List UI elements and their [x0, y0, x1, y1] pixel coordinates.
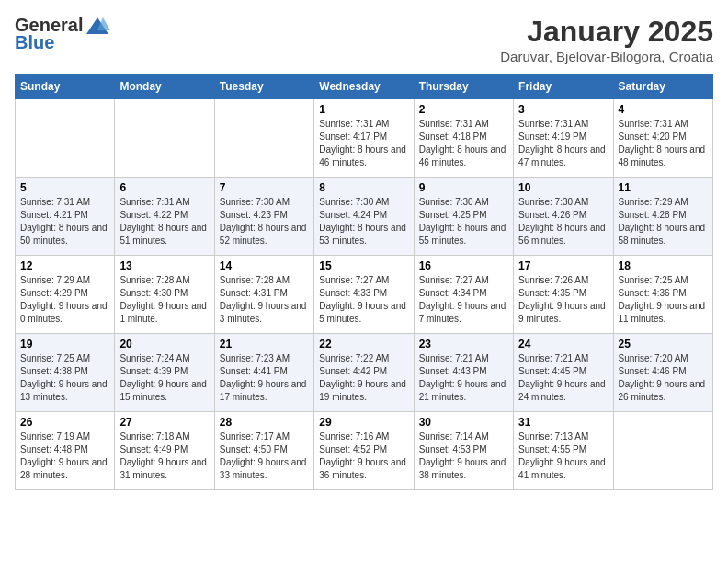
day-info: Sunrise: 7:31 AM Sunset: 4:19 PM Dayligh… — [518, 118, 608, 169]
day-number: 2 — [419, 103, 508, 116]
day-info: Sunrise: 7:16 AM Sunset: 4:52 PM Dayligh… — [319, 431, 408, 482]
day-number: 27 — [119, 416, 209, 429]
day-info: Sunrise: 7:30 AM Sunset: 4:26 PM Dayligh… — [518, 196, 608, 247]
day-number: 18 — [619, 259, 708, 272]
day-number: 23 — [419, 338, 508, 350]
calendar-cell: 2Sunrise: 7:31 AM Sunset: 4:18 PM Daylig… — [414, 99, 513, 178]
calendar-week-row: 19Sunrise: 7:25 AM Sunset: 4:38 PM Dayli… — [16, 334, 713, 412]
calendar-cell: 28Sunrise: 7:17 AM Sunset: 4:50 PM Dayli… — [214, 412, 313, 490]
day-info: Sunrise: 7:28 AM Sunset: 4:31 PM Dayligh… — [220, 274, 309, 326]
day-info: Sunrise: 7:31 AM Sunset: 4:18 PM Dayligh… — [419, 118, 508, 169]
day-number: 31 — [518, 416, 608, 429]
day-number: 8 — [319, 181, 408, 194]
day-info: Sunrise: 7:31 AM Sunset: 4:21 PM Dayligh… — [20, 196, 109, 247]
day-info: Sunrise: 7:25 AM Sunset: 4:38 PM Dayligh… — [20, 352, 109, 404]
calendar-cell: 12Sunrise: 7:29 AM Sunset: 4:29 PM Dayli… — [16, 256, 115, 334]
day-info: Sunrise: 7:27 AM Sunset: 4:34 PM Dayligh… — [419, 274, 508, 326]
calendar-cell: 21Sunrise: 7:23 AM Sunset: 4:41 PM Dayli… — [214, 334, 313, 412]
day-info: Sunrise: 7:20 AM Sunset: 4:46 PM Dayligh… — [619, 352, 708, 404]
calendar-cell: 13Sunrise: 7:28 AM Sunset: 4:30 PM Dayli… — [115, 256, 214, 334]
calendar-cell: 18Sunrise: 7:25 AM Sunset: 4:36 PM Dayli… — [613, 256, 712, 334]
day-number: 12 — [20, 259, 109, 272]
calendar-cell: 9Sunrise: 7:30 AM Sunset: 4:25 PM Daylig… — [414, 178, 513, 256]
calendar-cell: 23Sunrise: 7:21 AM Sunset: 4:43 PM Dayli… — [414, 334, 513, 412]
weekday-header-thursday: Thursday — [414, 75, 513, 99]
day-number: 15 — [319, 259, 408, 272]
day-info: Sunrise: 7:23 AM Sunset: 4:41 PM Dayligh… — [220, 352, 309, 404]
day-number: 17 — [518, 259, 608, 272]
day-number: 22 — [319, 338, 408, 350]
weekday-header-saturday: Saturday — [613, 75, 712, 99]
calendar-cell: 3Sunrise: 7:31 AM Sunset: 4:19 PM Daylig… — [514, 99, 613, 178]
day-number: 9 — [419, 181, 508, 194]
calendar-cell: 29Sunrise: 7:16 AM Sunset: 4:52 PM Dayli… — [314, 412, 414, 490]
weekday-header-monday: Monday — [115, 75, 214, 99]
calendar-cell: 25Sunrise: 7:20 AM Sunset: 4:46 PM Dayli… — [613, 334, 712, 412]
day-info: Sunrise: 7:14 AM Sunset: 4:53 PM Dayligh… — [419, 431, 508, 482]
weekday-header-tuesday: Tuesday — [214, 75, 313, 99]
day-number: 10 — [518, 181, 608, 194]
day-number: 13 — [119, 259, 209, 272]
day-info: Sunrise: 7:24 AM Sunset: 4:39 PM Dayligh… — [119, 352, 209, 404]
calendar-cell: 20Sunrise: 7:24 AM Sunset: 4:39 PM Dayli… — [115, 334, 214, 412]
calendar-table: SundayMondayTuesdayWednesdayThursdayFrid… — [15, 74, 713, 490]
day-info: Sunrise: 7:27 AM Sunset: 4:33 PM Dayligh… — [319, 274, 408, 326]
day-number: 21 — [220, 338, 309, 350]
day-info: Sunrise: 7:31 AM Sunset: 4:22 PM Dayligh… — [119, 196, 209, 247]
logo: General Blue — [15, 15, 110, 53]
day-info: Sunrise: 7:29 AM Sunset: 4:29 PM Dayligh… — [20, 274, 109, 326]
day-number: 24 — [518, 338, 608, 350]
day-info: Sunrise: 7:30 AM Sunset: 4:23 PM Dayligh… — [220, 196, 309, 247]
logo-icon — [85, 16, 110, 36]
day-number: 6 — [119, 181, 209, 194]
day-info: Sunrise: 7:21 AM Sunset: 4:43 PM Dayligh… — [419, 352, 508, 404]
day-number: 3 — [518, 103, 608, 116]
day-info: Sunrise: 7:21 AM Sunset: 4:45 PM Dayligh… — [518, 352, 608, 404]
calendar-location: Daruvar, Bjelovar-Bilogora, Croatia — [500, 49, 713, 64]
day-info: Sunrise: 7:19 AM Sunset: 4:48 PM Dayligh… — [20, 431, 109, 482]
calendar-cell — [613, 412, 712, 490]
day-info: Sunrise: 7:30 AM Sunset: 4:25 PM Dayligh… — [419, 196, 508, 247]
calendar-cell — [214, 99, 313, 178]
calendar-cell: 30Sunrise: 7:14 AM Sunset: 4:53 PM Dayli… — [414, 412, 513, 490]
day-info: Sunrise: 7:30 AM Sunset: 4:24 PM Dayligh… — [319, 196, 408, 247]
day-number: 25 — [619, 338, 708, 350]
calendar-cell: 4Sunrise: 7:31 AM Sunset: 4:20 PM Daylig… — [613, 99, 712, 178]
weekday-header-wednesday: Wednesday — [314, 75, 414, 99]
weekday-header-friday: Friday — [514, 75, 613, 99]
day-number: 7 — [220, 181, 309, 194]
day-number: 11 — [619, 181, 708, 194]
calendar-cell: 16Sunrise: 7:27 AM Sunset: 4:34 PM Dayli… — [414, 256, 513, 334]
day-info: Sunrise: 7:25 AM Sunset: 4:36 PM Dayligh… — [619, 274, 708, 326]
calendar-week-row: 5Sunrise: 7:31 AM Sunset: 4:21 PM Daylig… — [16, 178, 713, 256]
day-number: 14 — [220, 259, 309, 272]
weekday-header-sunday: Sunday — [16, 75, 115, 99]
day-info: Sunrise: 7:13 AM Sunset: 4:55 PM Dayligh… — [518, 431, 608, 482]
weekday-header-row: SundayMondayTuesdayWednesdayThursdayFrid… — [16, 75, 713, 99]
calendar-cell: 11Sunrise: 7:29 AM Sunset: 4:28 PM Dayli… — [613, 178, 712, 256]
page-header: General Blue January 2025 Daruvar, Bjelo… — [15, 15, 713, 64]
calendar-cell — [115, 99, 214, 178]
day-number: 4 — [619, 103, 708, 116]
calendar-cell: 17Sunrise: 7:26 AM Sunset: 4:35 PM Dayli… — [514, 256, 613, 334]
calendar-cell: 5Sunrise: 7:31 AM Sunset: 4:21 PM Daylig… — [16, 178, 115, 256]
day-info: Sunrise: 7:31 AM Sunset: 4:17 PM Dayligh… — [319, 118, 408, 169]
calendar-cell — [16, 99, 115, 178]
day-number: 19 — [20, 338, 109, 350]
day-info: Sunrise: 7:26 AM Sunset: 4:35 PM Dayligh… — [518, 274, 608, 326]
day-number: 26 — [20, 416, 109, 429]
day-info: Sunrise: 7:31 AM Sunset: 4:20 PM Dayligh… — [619, 118, 708, 169]
calendar-cell: 14Sunrise: 7:28 AM Sunset: 4:31 PM Dayli… — [214, 256, 313, 334]
day-number: 1 — [319, 103, 408, 116]
day-info: Sunrise: 7:29 AM Sunset: 4:28 PM Dayligh… — [619, 196, 708, 247]
calendar-cell: 6Sunrise: 7:31 AM Sunset: 4:22 PM Daylig… — [115, 178, 214, 256]
calendar-cell: 10Sunrise: 7:30 AM Sunset: 4:26 PM Dayli… — [514, 178, 613, 256]
calendar-cell: 22Sunrise: 7:22 AM Sunset: 4:42 PM Dayli… — [314, 334, 414, 412]
day-number: 28 — [220, 416, 309, 429]
calendar-cell: 8Sunrise: 7:30 AM Sunset: 4:24 PM Daylig… — [314, 178, 414, 256]
day-info: Sunrise: 7:17 AM Sunset: 4:50 PM Dayligh… — [220, 431, 309, 482]
calendar-cell: 27Sunrise: 7:18 AM Sunset: 4:49 PM Dayli… — [115, 412, 214, 490]
calendar-cell: 1Sunrise: 7:31 AM Sunset: 4:17 PM Daylig… — [314, 99, 414, 178]
calendar-cell: 26Sunrise: 7:19 AM Sunset: 4:48 PM Dayli… — [16, 412, 115, 490]
logo-blue: Blue — [15, 32, 54, 53]
